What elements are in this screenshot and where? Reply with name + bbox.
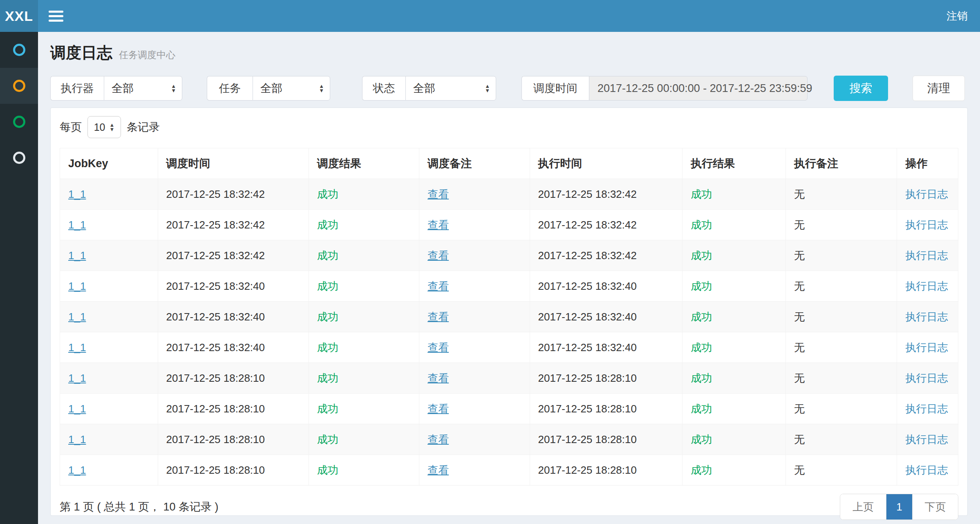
log-table-row: 1_1 2017-12-25 18:32:40 成功 查看 2017-12-25…: [60, 332, 958, 363]
view-trigger-msg-link[interactable]: 查看: [427, 249, 449, 262]
cell-handle-result: 成功: [682, 271, 786, 302]
sidebar: [0, 32, 38, 524]
cell-jobkey: 1_1: [60, 424, 158, 455]
view-trigger-msg-link[interactable]: 查看: [427, 433, 449, 446]
circle-icon: [13, 80, 25, 92]
executor-filter-label: 执行器: [50, 76, 104, 101]
cell-trigger-time: 2017-12-25 18:32:40: [158, 302, 309, 332]
view-trigger-msg-link[interactable]: 查看: [427, 341, 449, 354]
jobkey-link[interactable]: 1_1: [68, 433, 86, 446]
log-table-row: 1_1 2017-12-25 18:32:42 成功 查看 2017-12-25…: [60, 210, 958, 240]
col-handle-msg: 执行备注: [785, 148, 897, 179]
pagination-prev-button[interactable]: 上页: [840, 494, 886, 520]
cell-handle-result: 成功: [682, 394, 786, 424]
cell-trigger-time: 2017-12-25 18:28:10: [158, 394, 309, 424]
cell-action: 执行日志: [897, 424, 958, 455]
page-length-select[interactable]: 10 ▲▼: [87, 116, 121, 138]
hamburger-icon: [49, 11, 63, 13]
sidebar-nav-item-4[interactable]: [0, 140, 38, 176]
cell-action: 执行日志: [897, 332, 958, 363]
select-arrows-icon: ▲▼: [319, 84, 324, 93]
view-trigger-msg-link[interactable]: 查看: [427, 280, 449, 292]
exec-log-link[interactable]: 执行日志: [905, 403, 948, 415]
jobkey-link[interactable]: 1_1: [68, 372, 86, 384]
sidebar-nav-item-2[interactable]: [0, 68, 38, 104]
cell-trigger-result: 成功: [309, 179, 419, 210]
pagination-info: 第 1 页 ( 总共 1 页， 10 条记录 ): [60, 499, 219, 514]
cell-handle-result: 成功: [682, 455, 786, 486]
job-select[interactable]: 全部 ▲▼: [253, 76, 330, 101]
cell-handle-time: 2017-12-25 18:32:40: [530, 271, 682, 302]
cell-trigger-msg: 查看: [419, 394, 530, 424]
sidebar-nav-item-1[interactable]: [0, 32, 38, 68]
cell-jobkey: 1_1: [60, 455, 158, 486]
exec-log-link[interactable]: 执行日志: [905, 464, 948, 476]
pagination-next-button[interactable]: 下页: [912, 494, 958, 520]
view-trigger-msg-link[interactable]: 查看: [427, 403, 449, 415]
exec-log-link[interactable]: 执行日志: [905, 341, 948, 354]
view-trigger-msg-link[interactable]: 查看: [427, 219, 449, 231]
cell-trigger-msg: 查看: [419, 332, 530, 363]
sidebar-toggle-button[interactable]: [46, 7, 66, 26]
exec-log-link[interactable]: 执行日志: [905, 433, 948, 446]
navbar-content: 注销: [38, 0, 980, 32]
cell-action: 执行日志: [897, 455, 958, 486]
exec-log-link[interactable]: 执行日志: [905, 280, 948, 292]
log-table-row: 1_1 2017-12-25 18:28:10 成功 查看 2017-12-25…: [60, 363, 958, 394]
search-button[interactable]: 搜索: [834, 76, 888, 101]
status-select[interactable]: 全部 ▲▼: [405, 76, 496, 101]
hamburger-icon: [49, 15, 63, 17]
jobkey-link[interactable]: 1_1: [68, 280, 86, 292]
table-header-row: JobKey 调度时间 调度结果 调度备注 执行时间 执行结果 执行备注 操作: [60, 148, 958, 179]
jobkey-link[interactable]: 1_1: [68, 464, 86, 476]
exec-log-link[interactable]: 执行日志: [905, 311, 948, 323]
exec-log-link[interactable]: 执行日志: [905, 188, 948, 200]
cell-handle-time: 2017-12-25 18:32:42: [530, 210, 682, 240]
cell-trigger-time: 2017-12-25 18:28:10: [158, 363, 309, 394]
view-trigger-msg-link[interactable]: 查看: [427, 464, 449, 476]
log-table-body: 1_1 2017-12-25 18:32:42 成功 查看 2017-12-25…: [60, 179, 958, 486]
cell-jobkey: 1_1: [60, 363, 158, 394]
status-select-value: 全部: [413, 81, 435, 96]
view-trigger-msg-link[interactable]: 查看: [427, 311, 449, 323]
cell-trigger-time: 2017-12-25 18:28:10: [158, 455, 309, 486]
select-arrows-icon: ▲▼: [485, 84, 490, 93]
cell-trigger-time: 2017-12-25 18:32:40: [158, 271, 309, 302]
page-length-value: 10: [94, 121, 105, 133]
log-table-row: 1_1 2017-12-25 18:28:10 成功 查看 2017-12-25…: [60, 424, 958, 455]
executor-select[interactable]: 全部 ▲▼: [104, 76, 182, 101]
sidebar-nav-item-3[interactable]: [0, 104, 38, 140]
page-length-control: 每页 10 ▲▼ 条记录: [60, 116, 958, 138]
exec-log-link[interactable]: 执行日志: [905, 219, 948, 231]
jobkey-link[interactable]: 1_1: [68, 403, 86, 415]
app-logo: XXL: [0, 0, 38, 32]
trigger-time-range-input[interactable]: 2017-12-25 00:00:00 - 2017-12-25 23:59:5…: [589, 76, 808, 101]
logout-link[interactable]: 注销: [946, 9, 968, 23]
status-filter-label: 状态: [362, 76, 405, 101]
cell-trigger-time: 2017-12-25 18:32:42: [158, 179, 309, 210]
circle-icon: [13, 116, 25, 128]
table-footer: 第 1 页 ( 总共 1 页， 10 条记录 ) 上页 1 下页: [60, 494, 958, 520]
jobkey-link[interactable]: 1_1: [68, 311, 86, 323]
log-table-box: 每页 10 ▲▼ 条记录 JobKey 调度时间 调度结果 调度备注 执行时间 …: [50, 107, 968, 516]
pagination-page-1-button[interactable]: 1: [886, 494, 912, 520]
hamburger-icon: [49, 20, 63, 22]
cell-trigger-time: 2017-12-25 18:32:42: [158, 240, 309, 271]
jobkey-link[interactable]: 1_1: [68, 188, 86, 200]
view-trigger-msg-link[interactable]: 查看: [427, 188, 449, 200]
cell-trigger-result: 成功: [309, 455, 419, 486]
log-table-row: 1_1 2017-12-25 18:32:42 成功 查看 2017-12-25…: [60, 179, 958, 210]
col-trigger-time: 调度时间: [158, 148, 309, 179]
cell-handle-msg: 无: [785, 363, 897, 394]
exec-log-link[interactable]: 执行日志: [905, 372, 948, 384]
cell-handle-result: 成功: [682, 179, 786, 210]
clear-button[interactable]: 清理: [913, 76, 965, 101]
jobkey-link[interactable]: 1_1: [68, 341, 86, 354]
dispatch-log-table: JobKey 调度时间 调度结果 调度备注 执行时间 执行结果 执行备注 操作 …: [60, 148, 958, 486]
jobkey-link[interactable]: 1_1: [68, 249, 86, 262]
view-trigger-msg-link[interactable]: 查看: [427, 372, 449, 384]
cell-trigger-result: 成功: [309, 424, 419, 455]
cell-action: 执行日志: [897, 271, 958, 302]
jobkey-link[interactable]: 1_1: [68, 219, 86, 231]
exec-log-link[interactable]: 执行日志: [905, 249, 948, 262]
